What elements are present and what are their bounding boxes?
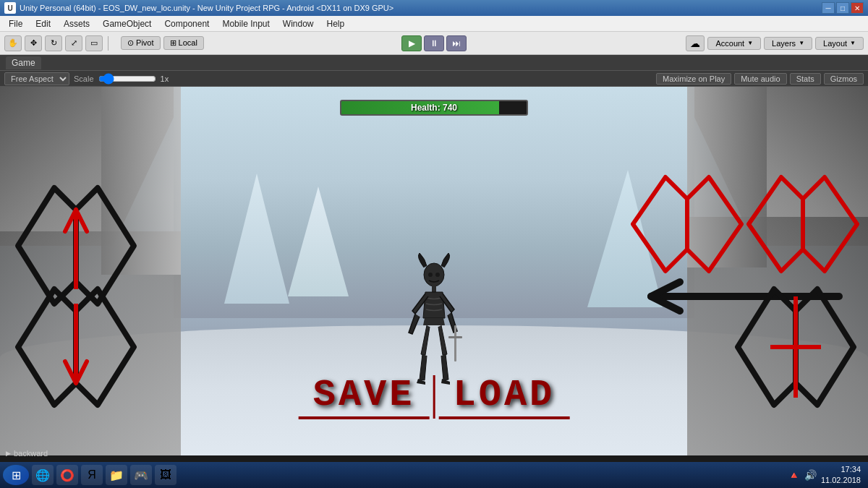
toolbar-separator-1	[108, 36, 109, 51]
game-viewport: Health: 740	[0, 87, 868, 455]
scale-value: 1x	[161, 74, 169, 83]
taskbar: ⊞ 🌐 ⭕ Я 📁 🎮 🖼 🔺 🔊 17:34 11.02.2018	[0, 462, 868, 488]
move-tool[interactable]: ✥	[25, 35, 42, 51]
mute-audio-button[interactable]: Mute audio	[734, 73, 786, 85]
health-bar-text: Health: 740	[341, 101, 527, 114]
pivot-button[interactable]: ⊙ Pivot	[121, 36, 161, 50]
local-button[interactable]: ⊞ Local	[163, 36, 204, 50]
scale-tool[interactable]: ⤢	[65, 35, 82, 51]
scale-slider[interactable]	[98, 73, 156, 85]
pause-button[interactable]: ⏸	[424, 35, 444, 51]
save-button[interactable]: SAVE	[299, 374, 430, 419]
menu-bar: File Edit Assets GameObject Component Mo…	[0, 16, 868, 32]
layout-dropdown[interactable]: Layout	[815, 37, 864, 50]
taskbar-chrome[interactable]: 🌐	[32, 465, 54, 485]
left-joystick-down[interactable]	[11, 275, 141, 419]
account-dropdown[interactable]: Account	[707, 37, 761, 50]
aspect-select[interactable]: Free Aspect	[4, 72, 69, 85]
game-panel-header: Game	[0, 55, 868, 71]
svg-point-0	[424, 263, 444, 286]
play-button[interactable]: ▶	[401, 35, 422, 51]
network-icon: 🔺	[788, 469, 800, 481]
menu-window[interactable]: Window	[277, 17, 320, 30]
save-load-bar: SAVE LOAD	[299, 374, 570, 419]
taskbar-explorer[interactable]: 📁	[106, 465, 127, 485]
menu-gameobject[interactable]: GameObject	[97, 17, 157, 30]
start-button[interactable]: ⊞	[3, 465, 29, 485]
game-tab[interactable]: Game	[6, 56, 41, 69]
title-bar: U Unity Personal (64bit) - EOS_DW_new_lo…	[0, 0, 868, 16]
svg-point-2	[435, 273, 440, 277]
maximize-on-play-button[interactable]: Maximize on Play	[656, 73, 731, 85]
unity-icon: U	[4, 2, 16, 14]
layers-dropdown[interactable]: Layers	[764, 37, 812, 50]
minimize-button[interactable]: ─	[822, 2, 835, 14]
game-toolbar: Free Aspect Scale 1x Maximize on Play Mu…	[0, 71, 868, 87]
taskbar-yandex[interactable]: Я	[81, 465, 103, 485]
game-panel: Game Free Aspect Scale 1x Maximize on Pl…	[0, 55, 868, 455]
speaker-icon: 🔊	[804, 469, 817, 481]
maximize-button[interactable]: □	[836, 2, 849, 14]
toolbar: ✋ ✥ ↻ ⤢ ▭ ⊙ Pivot ⊞ Local ▶ ⏸ ⏭ ☁ Accoun…	[0, 32, 868, 55]
backward-status: backward	[6, 449, 48, 458]
menu-component[interactable]: Component	[158, 17, 215, 30]
menu-assets[interactable]: Assets	[58, 17, 95, 30]
save-load-divider	[433, 375, 435, 419]
taskbar-paint[interactable]: 🖼	[155, 465, 176, 485]
rect-tool[interactable]: ▭	[85, 35, 103, 51]
menu-mobile-input[interactable]: Mobile Input	[216, 17, 275, 30]
taskbar-opera[interactable]: ⭕	[56, 465, 78, 485]
health-bar: Health: 740	[340, 100, 528, 116]
right-joystick-lower[interactable]	[731, 275, 861, 419]
svg-rect-5	[448, 336, 462, 338]
svg-point-1	[428, 273, 433, 277]
close-button[interactable]: ✕	[851, 2, 864, 14]
right-toolbar: ☁ Account Layers Layout	[686, 35, 864, 51]
stats-button[interactable]: Stats	[790, 73, 821, 85]
load-button[interactable]: LOAD	[439, 374, 570, 419]
step-button[interactable]: ⏭	[446, 35, 467, 51]
menu-file[interactable]: File	[3, 17, 28, 30]
pivot-local-group: ⊙ Pivot ⊞ Local	[121, 36, 204, 50]
scale-label: Scale	[74, 74, 94, 83]
menu-help[interactable]: Help	[321, 17, 351, 30]
title-bar-left: U Unity Personal (64bit) - EOS_DW_new_lo…	[4, 2, 393, 14]
title-bar-text: Unity Personal (64bit) - EOS_DW_new_loc.…	[20, 4, 393, 12]
game-toolbar-right: Maximize on Play Mute audio Stats Gizmos	[656, 73, 864, 85]
menu-edit[interactable]: Edit	[30, 17, 56, 30]
play-controls: ▶ ⏸ ⏭	[401, 35, 467, 51]
clock[interactable]: 17:34 11.02.2018	[821, 464, 861, 487]
right-joystick-upper[interactable]	[629, 166, 861, 282]
rotate-tool[interactable]: ↻	[45, 35, 62, 51]
svg-rect-4	[454, 325, 456, 361]
cloud-button[interactable]: ☁	[686, 35, 705, 51]
hand-tool[interactable]: ✋	[4, 35, 22, 51]
gizmos-button[interactable]: Gizmos	[824, 73, 864, 85]
title-bar-controls[interactable]: ─ □ ✕	[822, 2, 864, 14]
taskbar-unity[interactable]: 🎮	[130, 465, 152, 485]
svg-rect-3	[432, 285, 436, 292]
taskbar-right: 🔺 🔊 17:34 11.02.2018	[788, 464, 865, 487]
